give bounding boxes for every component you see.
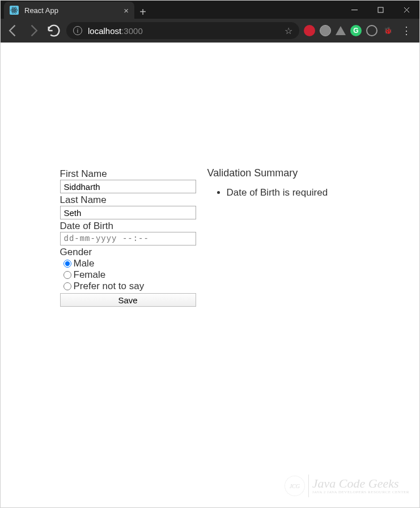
gender-radio-male-label: Male xyxy=(74,258,95,269)
watermark-logo: JCG xyxy=(285,476,305,496)
window-titlebar: React App × + xyxy=(1,1,419,19)
extension-grammarly-icon[interactable]: G xyxy=(350,25,362,36)
first-name-label: First Name xyxy=(60,168,196,180)
react-favicon xyxy=(10,6,19,15)
nav-back-button[interactable] xyxy=(5,23,21,39)
tab-title: React App xyxy=(24,6,118,15)
validation-error-item: Date of Birth is required xyxy=(227,187,360,198)
extension-icons: G 🐞 xyxy=(304,25,393,36)
gender-radio-female-label: Female xyxy=(74,269,106,281)
gender-label: Gender xyxy=(60,247,196,258)
new-tab-button[interactable]: + xyxy=(134,6,151,19)
dob-input[interactable] xyxy=(60,232,196,245)
url-text: localhost:3000 xyxy=(88,26,143,36)
nav-forward-button[interactable] xyxy=(26,23,41,39)
nav-reload-button[interactable] xyxy=(46,23,62,39)
page-content: First Name Last Name Date of Birth Gende… xyxy=(1,167,419,307)
validation-summary-heading: Validation Summary xyxy=(207,167,360,179)
watermark-separator xyxy=(308,475,309,497)
site-info-icon[interactable]: i xyxy=(73,26,82,35)
watermark-sub-text: JAVA 2 JAVA DEVELOPERS RESOURCE CENTER xyxy=(312,490,409,494)
tab-strip: React App × + xyxy=(1,1,341,19)
tab-close-icon[interactable]: × xyxy=(124,6,129,15)
validation-error-list: Date of Birth is required xyxy=(207,187,360,198)
gender-radio-prefer-not-label: Prefer not to say xyxy=(74,281,145,292)
form-column: First Name Last Name Date of Birth Gende… xyxy=(60,167,196,307)
gender-option-female[interactable]: Female xyxy=(63,269,196,281)
last-name-label: Last Name xyxy=(60,194,196,206)
svg-point-0 xyxy=(14,10,15,11)
watermark: JCG Java Code Geeks JAVA 2 JAVA DEVELOPE… xyxy=(285,475,409,497)
address-bar[interactable]: i localhost:3000 ☆ xyxy=(66,22,299,39)
gender-radio-prefer-not[interactable] xyxy=(63,282,71,290)
window-close-button[interactable] xyxy=(393,1,419,19)
extension-icon-5[interactable] xyxy=(366,25,377,36)
extension-icon-2[interactable] xyxy=(320,25,331,36)
extension-icon-1[interactable] xyxy=(304,25,315,36)
browser-menu-button[interactable]: ⋮ xyxy=(398,24,415,37)
gender-radio-female[interactable] xyxy=(63,271,71,279)
save-button[interactable]: Save xyxy=(60,293,196,307)
browser-toolbar: i localhost:3000 ☆ G 🐞 ⋮ xyxy=(1,19,419,43)
extension-drive-icon[interactable] xyxy=(336,26,346,35)
browser-tab-active[interactable]: React App × xyxy=(4,2,134,19)
dob-label: Date of Birth xyxy=(60,221,196,232)
last-name-input[interactable] xyxy=(60,206,196,219)
window-minimize-button[interactable] xyxy=(341,1,367,19)
gender-radio-male[interactable] xyxy=(63,260,71,268)
gender-option-male[interactable]: Male xyxy=(63,258,196,269)
bookmark-star-icon[interactable]: ☆ xyxy=(285,26,292,36)
validation-summary-column: Validation Summary Date of Birth is requ… xyxy=(207,167,360,307)
svg-rect-5 xyxy=(378,7,383,12)
first-name-input[interactable] xyxy=(60,180,196,193)
window-maximize-button[interactable] xyxy=(367,1,393,19)
watermark-main-text: Java Code Geeks xyxy=(312,477,409,490)
window-controls xyxy=(341,1,419,19)
extension-icon-6[interactable]: 🐞 xyxy=(382,25,393,36)
page-viewport: First Name Last Name Date of Birth Gende… xyxy=(1,43,419,507)
gender-option-prefer-not[interactable]: Prefer not to say xyxy=(63,281,196,292)
